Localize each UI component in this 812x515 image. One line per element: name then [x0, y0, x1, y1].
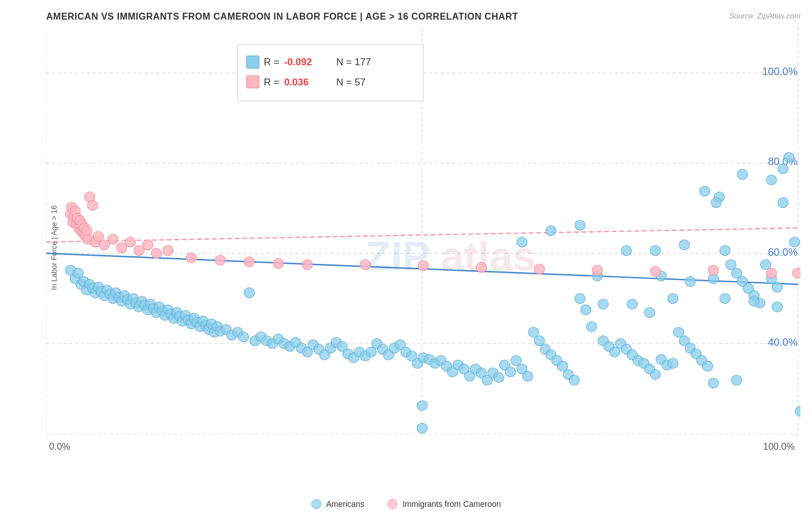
svg-text:100.0%: 100.0% — [763, 442, 794, 451]
svg-point-230 — [163, 245, 173, 256]
svg-point-141 — [575, 293, 585, 304]
scatter-chart: 100.0% 80.0% 60.0% 40.0% 0.0% 100.0% ZIP… — [46, 28, 800, 468]
svg-point-194 — [772, 302, 783, 312]
svg-point-232 — [215, 255, 225, 266]
chart-container: AMERICAN VS IMMIGRANTS FROM CAMEROON IN … — [0, 0, 812, 515]
svg-point-187 — [621, 245, 632, 256]
svg-point-193 — [749, 296, 759, 307]
svg-point-177 — [784, 152, 794, 163]
svg-point-189 — [679, 240, 690, 250]
chart-title: AMERICAN VS IMMIGRANTS FROM CAMEROON IN … — [46, 12, 800, 22]
svg-text:R =: R = — [264, 77, 280, 88]
svg-point-220 — [87, 200, 98, 211]
svg-text:R =: R = — [264, 57, 280, 68]
legend-icon-americans — [311, 499, 322, 509]
legend-item-immigrants: Immigrants from Cameroon — [388, 499, 501, 509]
svg-text:-0.092: -0.092 — [284, 57, 312, 68]
svg-point-176 — [778, 163, 788, 174]
svg-point-244 — [792, 268, 800, 278]
svg-text:100.0%: 100.0% — [762, 66, 798, 77]
svg-point-188 — [650, 245, 661, 256]
svg-point-238 — [476, 262, 486, 273]
legend-label-americans: Americans — [326, 499, 364, 509]
y-axis-label: In Labor Force | Age > 16 — [50, 206, 58, 290]
svg-point-200 — [668, 358, 678, 368]
legend-item-americans: Americans — [311, 499, 364, 509]
svg-point-143 — [586, 322, 597, 332]
svg-point-233 — [244, 257, 255, 267]
svg-point-197 — [598, 299, 608, 309]
chart-legend: Americans Immigrants from Cameroon — [311, 499, 501, 509]
svg-point-235 — [302, 260, 312, 270]
svg-point-199 — [645, 308, 655, 318]
svg-point-179 — [711, 197, 721, 208]
svg-text:N =  57: N = 57 — [336, 77, 366, 88]
svg-point-224 — [107, 234, 118, 245]
svg-point-186 — [575, 220, 585, 230]
svg-point-182 — [766, 175, 777, 185]
legend-label-immigrants: Immigrants from Cameroon — [403, 499, 501, 509]
svg-point-181 — [737, 169, 747, 180]
svg-rect-21 — [247, 76, 259, 88]
svg-point-239 — [534, 264, 545, 274]
svg-point-82 — [239, 332, 249, 342]
svg-point-185 — [546, 226, 556, 236]
svg-point-228 — [143, 240, 153, 250]
svg-point-234 — [273, 259, 284, 269]
svg-point-240 — [592, 265, 602, 275]
svg-text:0.0%: 0.0% — [49, 442, 70, 451]
svg-point-157 — [668, 293, 678, 304]
svg-point-242 — [708, 265, 718, 275]
svg-point-201 — [708, 378, 718, 389]
svg-rect-17 — [247, 56, 259, 68]
chart-area: In Labor Force | Age > 16 100.0% 80.0% 6… — [46, 28, 800, 468]
svg-point-229 — [151, 248, 162, 259]
svg-point-226 — [125, 237, 136, 247]
svg-point-195 — [417, 423, 427, 434]
svg-point-180 — [699, 186, 710, 197]
svg-point-154 — [650, 370, 661, 380]
svg-point-196 — [731, 375, 742, 386]
svg-point-114 — [417, 401, 427, 411]
svg-point-178 — [789, 237, 800, 247]
svg-point-202 — [795, 406, 800, 417]
svg-text:0.036: 0.036 — [284, 77, 309, 88]
svg-text:N = 177: N = 177 — [336, 57, 371, 68]
svg-point-163 — [702, 361, 713, 371]
svg-point-237 — [418, 260, 429, 271]
svg-point-236 — [360, 260, 370, 270]
legend-icon-immigrants — [388, 499, 398, 509]
svg-point-231 — [186, 253, 196, 263]
svg-rect-16 — [238, 44, 423, 101]
svg-point-243 — [766, 268, 777, 278]
svg-point-198 — [627, 299, 638, 309]
svg-point-166 — [720, 245, 730, 256]
svg-text:ZIP: ZIP — [366, 233, 431, 279]
svg-point-127 — [494, 372, 504, 383]
svg-point-191 — [685, 277, 695, 287]
source-label: Source: ZipAtlas.com — [729, 12, 800, 20]
svg-point-184 — [517, 237, 527, 247]
svg-point-132 — [523, 371, 533, 382]
svg-point-183 — [778, 197, 788, 208]
svg-point-241 — [650, 266, 661, 277]
svg-point-175 — [772, 282, 783, 293]
svg-text:60.0%: 60.0% — [768, 247, 798, 258]
svg-point-129 — [505, 367, 516, 377]
svg-text:40.0%: 40.0% — [768, 337, 798, 348]
svg-point-192 — [720, 293, 730, 304]
svg-point-83 — [244, 288, 255, 298]
svg-point-140 — [569, 375, 579, 386]
svg-point-142 — [580, 305, 591, 315]
